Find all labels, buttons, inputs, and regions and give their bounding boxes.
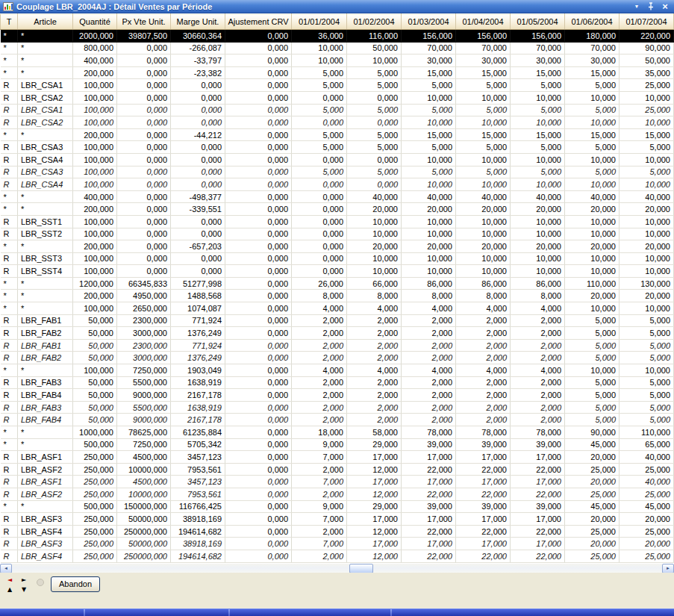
cell[interactable]: 15,000 <box>620 128 674 141</box>
table-row[interactable]: RLBR_CSA4100,0000,0000,0000,0000,0000,00… <box>1 153 674 166</box>
cell[interactable]: 2,000 <box>456 414 511 426</box>
cell[interactable]: LBR_FAB1 <box>18 339 73 352</box>
cell[interactable]: -23,382 <box>171 66 225 79</box>
cell[interactable]: 250000,000 <box>117 525 171 538</box>
cell[interactable]: 22,000 <box>511 550 565 562</box>
cell[interactable]: 110,000 <box>620 426 674 439</box>
cell[interactable]: LBR_FAB3 <box>18 376 73 389</box>
cell[interactable]: 0,000 <box>171 79 225 92</box>
cell[interactable]: R <box>1 339 18 352</box>
cell[interactable]: 45,000 <box>565 500 620 513</box>
cell[interactable]: 2,000 <box>511 327 565 340</box>
cell[interactable]: 194614,682 <box>171 550 225 562</box>
cell[interactable]: 50000,000 <box>117 538 171 550</box>
cell[interactable]: R <box>1 228 18 240</box>
cell[interactable]: 0,000 <box>171 141 225 154</box>
column-header[interactable]: Marge Unit. <box>171 14 225 30</box>
cell[interactable]: 10,000 <box>620 91 674 104</box>
cell[interactable]: 90,000 <box>620 42 674 55</box>
cell[interactable]: 5,000 <box>620 389 674 402</box>
cell[interactable]: LBR_ASF2 <box>18 463 73 476</box>
cell[interactable]: 0,000 <box>171 265 225 278</box>
cell[interactable]: 4950,000 <box>117 290 171 302</box>
cell[interactable]: * <box>18 364 73 377</box>
cell[interactable]: 2,000 <box>292 376 347 389</box>
cell[interactable]: 10,000 <box>402 252 456 265</box>
cell[interactable]: 10,000 <box>456 116 511 129</box>
cell[interactable]: 29,000 <box>347 500 402 513</box>
column-header[interactable]: Px Vte Unit. <box>117 14 171 30</box>
cell[interactable]: 8,000 <box>511 290 565 302</box>
cell[interactable]: LBR_CSA1 <box>18 79 73 92</box>
cell[interactable]: 25,000 <box>620 488 674 500</box>
cell[interactable]: 5,000 <box>402 141 456 154</box>
cell[interactable]: 0,000 <box>225 302 292 315</box>
cell[interactable]: 78,000 <box>402 426 456 439</box>
cell[interactable]: 180,000 <box>565 30 620 43</box>
cell[interactable]: 2,000 <box>347 327 402 340</box>
cell[interactable]: 0,000 <box>225 463 292 476</box>
cell[interactable]: 10,000 <box>511 153 565 166</box>
cell[interactable]: 5,000 <box>565 166 620 178</box>
cell[interactable]: 10,000 <box>456 265 511 278</box>
cell[interactable]: 58,000 <box>347 426 402 439</box>
cell[interactable]: 5705,342 <box>171 438 225 451</box>
cell[interactable]: 3457,123 <box>171 476 225 488</box>
cell[interactable]: 2,000 <box>292 414 347 426</box>
cell[interactable]: 5,000 <box>620 141 674 154</box>
cell[interactable]: 20,000 <box>456 203 511 216</box>
table-row[interactable]: RLBR_SST4100,0000,0000,0000,0000,00010,0… <box>1 265 674 278</box>
cell[interactable]: 0,000 <box>225 277 292 290</box>
cell[interactable]: * <box>1 30 18 43</box>
cell[interactable]: 0,000 <box>292 265 347 278</box>
cell[interactable]: 0,000 <box>117 79 171 92</box>
table-row[interactable]: RLBR_CSA2100,0000,0000,0000,0000,0000,00… <box>1 91 674 104</box>
cell[interactable]: 0,000 <box>225 401 292 414</box>
cell[interactable]: 5,000 <box>456 166 511 178</box>
table-row[interactable]: RLBR_SST1100,0000,0000,0000,0000,00010,0… <box>1 215 674 228</box>
table-row[interactable]: RLBR_ASF3250,00050000,00038918,1690,0007… <box>1 538 674 550</box>
cell[interactable]: 17,000 <box>456 451 511 464</box>
cell[interactable]: 78,000 <box>456 426 511 439</box>
cell[interactable]: -498,377 <box>171 190 225 203</box>
table-row[interactable]: **800,0000,000-266,0870,00010,00050,0007… <box>1 42 674 55</box>
cell[interactable]: 10,000 <box>511 215 565 228</box>
column-header[interactable]: 01/01/2004 <box>292 14 347 30</box>
cell[interactable]: 100,000 <box>73 364 117 377</box>
cell[interactable]: * <box>1 55 18 67</box>
cell[interactable]: 7,000 <box>292 513 347 526</box>
cell[interactable]: 20,000 <box>347 203 402 216</box>
cell[interactable]: 0,000 <box>117 166 171 178</box>
cell[interactable]: * <box>18 277 73 290</box>
cell[interactable]: 250,000 <box>73 550 117 562</box>
cell[interactable]: 0,000 <box>225 550 292 562</box>
cell[interactable]: * <box>1 302 18 315</box>
cell[interactable]: 5,000 <box>565 389 620 402</box>
cell[interactable]: 0,000 <box>292 153 347 166</box>
cell[interactable]: 1200,000 <box>73 277 117 290</box>
cell[interactable]: 4,000 <box>347 302 402 315</box>
cell[interactable]: 0,000 <box>225 30 292 43</box>
cell[interactable]: * <box>1 426 18 439</box>
cell[interactable]: 0,000 <box>117 228 171 240</box>
cell[interactable]: 5,000 <box>456 141 511 154</box>
cell[interactable]: 5,000 <box>292 104 347 116</box>
cell[interactable]: 0,000 <box>225 228 292 240</box>
cell[interactable]: 2,000 <box>456 352 511 364</box>
table-row[interactable]: RLBR_CSA1100,0000,0000,0000,0005,0005,00… <box>1 104 674 116</box>
cell[interactable]: 0,000 <box>117 252 171 265</box>
cell[interactable]: 10,000 <box>565 364 620 377</box>
cell[interactable]: R <box>1 141 18 154</box>
cell[interactable]: 2,000 <box>456 339 511 352</box>
cell[interactable]: * <box>18 66 73 79</box>
cell[interactable]: 0,000 <box>225 426 292 439</box>
cell[interactable]: 0,000 <box>225 240 292 253</box>
cell[interactable]: 3000,000 <box>117 327 171 340</box>
cell[interactable]: R <box>1 401 18 414</box>
cell[interactable]: 0,000 <box>117 128 171 141</box>
cell[interactable]: R <box>1 352 18 364</box>
cell[interactable]: LBR_FAB4 <box>18 389 73 402</box>
cell[interactable]: 20,000 <box>511 240 565 253</box>
cell[interactable]: 66345,833 <box>117 277 171 290</box>
taskbar[interactable] <box>0 609 674 616</box>
